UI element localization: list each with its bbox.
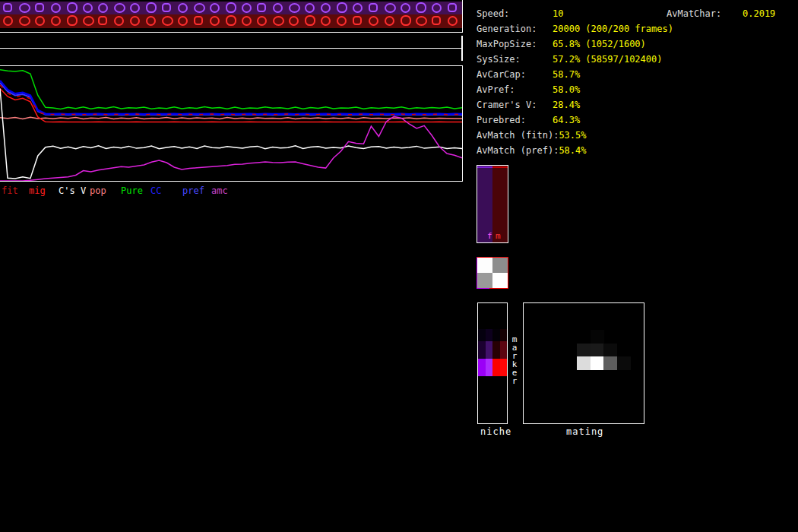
stat-row: AvCarCap:58.7% (477, 67, 580, 82)
agent-male-icon (385, 16, 394, 26)
stat-row: Cramer's V:28.4% (477, 97, 580, 112)
agent-male-icon (257, 16, 267, 26)
stat-row: AvMatChar:0.2019 (667, 6, 775, 21)
legend-item-pure: Pure (121, 185, 143, 196)
checker-cell (492, 258, 508, 273)
mating-cell (603, 356, 617, 370)
agent-male-icon (448, 16, 458, 26)
agent-female-icon (321, 3, 331, 13)
checker-cell (477, 273, 492, 288)
timeline-track[interactable] (0, 48, 463, 49)
stat-value: 65.8% (1052/1600) (553, 39, 646, 49)
legend-item-amc: amc (211, 185, 228, 196)
agent-female-icon (146, 2, 157, 13)
niche-cell (478, 341, 486, 359)
agent-female-icon (67, 2, 78, 13)
agent-female-icon (385, 3, 396, 13)
agent-male-icon (416, 16, 427, 26)
niche-cell (492, 341, 500, 359)
agent-male-icon (114, 16, 124, 26)
stat-label: AvMatch (pref): (477, 143, 559, 158)
marker-label-char: r (511, 377, 518, 385)
niche-cell (478, 329, 486, 341)
stat-label: AvPref: (477, 82, 553, 97)
agent-male-icon (432, 16, 441, 25)
agent-male-icon (321, 16, 331, 26)
agent-female-icon (289, 3, 300, 13)
stat-label: AvMatChar: (667, 6, 743, 21)
sex-distribution-box: f m (477, 165, 508, 243)
niche-cell (486, 341, 492, 359)
mating-cell (591, 344, 604, 357)
legend-item-cc: CC (150, 185, 161, 196)
agent-male-icon (353, 16, 362, 25)
agent-male-icon (162, 16, 173, 26)
mating-matrix (523, 302, 644, 424)
stat-value: 10 (553, 8, 563, 19)
agent-male-icon (19, 16, 30, 26)
legend-item-fit: fit (2, 185, 18, 196)
stat-label: MaxPopSize: (477, 36, 553, 52)
stat-row: AvMatch (pref):58.4% (477, 143, 587, 158)
timeline-handle[interactable] (461, 36, 463, 61)
stat-row: Speed:10 (477, 6, 563, 21)
chart-line-Pure (0, 70, 462, 109)
agent-female-icon (226, 2, 236, 13)
agent-male-icon (178, 16, 188, 26)
agent-female-icon (416, 2, 426, 13)
niche-cell (500, 329, 507, 341)
agent-male-icon (130, 16, 140, 26)
stat-value: 53.5% (559, 130, 586, 141)
agent-female-icon (257, 3, 266, 12)
female-label: f (487, 232, 492, 240)
legend-item-pref: pref (182, 185, 204, 196)
chart-line-CC (0, 81, 462, 114)
mating-cell (591, 330, 604, 344)
stat-row: Purebred:64.3% (477, 112, 580, 128)
niche-grid (477, 302, 508, 424)
agent-male-icon (83, 16, 94, 26)
agent-female-icon (242, 3, 252, 13)
chart-line-fit (0, 85, 462, 115)
checker-border-accent (477, 288, 489, 289)
population-strip (0, 0, 463, 33)
niche-cell (492, 359, 500, 376)
agent-female-icon (273, 3, 283, 13)
mating-cell (617, 356, 631, 370)
niche-cell (500, 341, 507, 359)
male-label: m (496, 232, 501, 240)
stat-value: 58.0% (553, 84, 580, 95)
stat-label: Purebred: (477, 112, 553, 128)
chart-line-pref (0, 83, 462, 115)
agent-male-icon (3, 16, 13, 26)
stat-label: SysSize: (477, 52, 553, 67)
female-topline (477, 166, 492, 168)
mating-cell (603, 344, 617, 357)
agent-female-icon (51, 3, 61, 13)
checker-matrix (477, 257, 508, 289)
agent-female-icon (114, 3, 125, 13)
population-band-male (0, 14, 462, 28)
agent-male-icon (401, 15, 411, 26)
agent-female-icon (401, 3, 410, 13)
stat-value: 20000 (200/200 frames) (553, 24, 673, 34)
agent-female-icon (194, 3, 205, 13)
stat-value: 58.7% (553, 69, 580, 80)
agent-male-icon (242, 16, 252, 26)
agent-male-icon (146, 16, 156, 26)
history-chart-panel (0, 65, 463, 182)
agent-male-icon (337, 16, 347, 26)
male-topline (492, 166, 508, 168)
stat-label: Generation: (477, 21, 553, 36)
history-chart (0, 66, 462, 181)
agent-male-icon (273, 16, 284, 26)
mating-cell (591, 356, 604, 370)
mating-panel-label: mating (566, 426, 603, 437)
mating-cell (577, 344, 591, 357)
agent-female-icon (448, 3, 457, 12)
agent-female-icon (337, 2, 347, 13)
niche-cell (486, 359, 492, 376)
checker-cell (477, 258, 492, 273)
stat-value: 58.4% (559, 145, 586, 156)
agent-female-icon (178, 3, 188, 13)
